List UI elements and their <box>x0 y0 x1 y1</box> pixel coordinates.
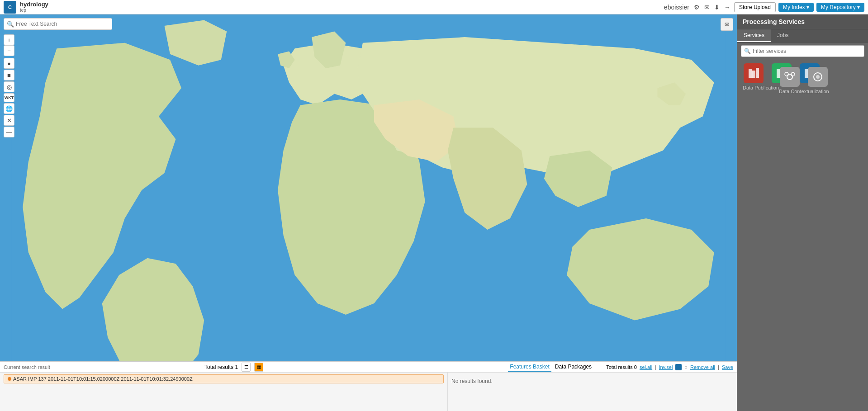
filter-section: 🔍 <box>737 43 868 60</box>
search-bar[interactable]: 🔍 <box>4 18 112 30</box>
no-results-text: No results found. <box>451 378 733 384</box>
total-results-label: Total results 1 <box>204 364 238 370</box>
pin-tool-button[interactable]: ◎ <box>4 81 14 92</box>
download-icon[interactable]: ⬇ <box>713 3 721 12</box>
filter-input-wrap[interactable]: 🔍 <box>741 45 864 57</box>
zoom-in-button[interactable]: + <box>4 34 14 45</box>
world-map <box>0 14 737 411</box>
service-item-5[interactable] <box>805 67 830 87</box>
main-layout: 🔍 ✉ + − ● ■ ◎ WKT 🌐 ✕ — 2015-01-01 2015-… <box>0 14 868 411</box>
header-left: C hydrology tep <box>4 1 48 14</box>
my-repository-button[interactable]: My Repository ▾ <box>816 3 864 12</box>
data-contextualization-label: Data Contextualization <box>777 89 829 94</box>
bottom-left-tabs: Current search result <box>4 364 50 370</box>
services-tab[interactable]: Services <box>737 29 771 42</box>
inv-sel-link[interactable]: inv.sel <box>659 364 673 370</box>
app-title: hydrology tep <box>20 1 48 14</box>
sel-all-link[interactable]: sel.all <box>640 364 652 370</box>
current-search-label: Current search result <box>4 364 50 370</box>
service-icon-gray-2 <box>808 67 828 87</box>
app-header: C hydrology tep eboissier ⚙ ✉ ⬇ → Store … <box>0 0 868 14</box>
minus-tool-button[interactable]: — <box>4 127 14 137</box>
my-index-button[interactable]: My Index ▾ <box>778 3 814 12</box>
jobs-tab[interactable]: Jobs <box>771 29 795 42</box>
bottom-top-bar: Current search result Total results 1 ☰ … <box>0 362 737 373</box>
processing-tabs: Services Jobs <box>737 29 868 43</box>
bottom-tabs-right: Features Basket Data Packages Total resu… <box>417 363 733 372</box>
map-tools: + − ● ■ ◎ WKT 🌐 ✕ — <box>4 34 14 137</box>
wkt-button[interactable]: WKT <box>4 93 14 102</box>
processing-panel: Processing Services Services Jobs 🔍 <box>737 14 868 411</box>
bottom-content: ASAR IMP 137 2011-11-01T10:01:15.0200000… <box>0 373 737 411</box>
color-indicator <box>675 364 682 370</box>
zoom-out-button[interactable]: − <box>4 45 14 56</box>
filter-services-input[interactable] <box>753 48 861 54</box>
results-list: ASAR IMP 137 2011-11-01T10:01:15.0200000… <box>0 373 447 411</box>
data-ctx-icon-2 <box>811 71 824 83</box>
list-view-button[interactable]: ▦ <box>254 363 263 372</box>
search-input[interactable] <box>16 21 109 27</box>
logout-icon[interactable]: → <box>723 3 731 12</box>
svg-rect-3 <box>756 68 759 78</box>
user-label: eboissier <box>663 3 690 12</box>
svg-rect-2 <box>752 71 755 78</box>
zoom-group: + − <box>4 34 14 56</box>
clear-button[interactable]: ✕ <box>4 115 14 126</box>
features-basket-tab[interactable]: Features Basket <box>508 363 551 372</box>
basket-area: No results found. <box>447 373 737 411</box>
settings-icon[interactable]: ⚙ <box>693 3 701 12</box>
data-ctx-icon-1 <box>783 71 796 83</box>
data-publication-label: Data Publication <box>741 85 779 90</box>
services-grid: Data Publication <box>737 60 868 98</box>
service-icon-gray-1 <box>780 67 800 87</box>
service-item-1[interactable] <box>741 63 766 83</box>
service-icon-red <box>744 63 764 83</box>
svg-rect-1 <box>749 69 752 78</box>
header-right: eboissier ⚙ ✉ ⬇ → Store Upload My Index … <box>663 2 864 12</box>
basket-total-label: Total results 0 <box>606 364 637 370</box>
result-item[interactable]: ASAR IMP 137 2011-11-01T10:01:15.0200000… <box>4 374 444 383</box>
square-tool-button[interactable]: ■ <box>4 70 14 80</box>
table-view-button[interactable]: ☰ <box>242 363 251 372</box>
svg-point-16 <box>816 75 820 79</box>
app-logo: C <box>4 1 16 14</box>
bottom-panel: Current search result Total results 1 ☰ … <box>0 361 737 411</box>
result-item-label: ASAR IMP 137 2011-11-01T10:01:15.0200000… <box>13 376 193 382</box>
search-icon: 🔍 <box>7 21 14 28</box>
remove-all-link[interactable]: Remove all <box>690 364 715 370</box>
data-packages-tab[interactable]: Data Packages <box>553 363 593 372</box>
service-item-4[interactable] <box>777 67 802 87</box>
map-mail-icon[interactable]: ✉ <box>721 18 733 31</box>
filter-search-icon: 🔍 <box>744 48 751 54</box>
data-pub-icon-1 <box>747 67 760 80</box>
mail-icon[interactable]: ✉ <box>703 3 711 12</box>
store-upload-button[interactable]: Store Upload <box>734 2 776 12</box>
basket-actions: Total results 0 sel.all | inv.sel ○ Remo… <box>606 364 733 370</box>
map-area[interactable]: 🔍 ✉ + − ● ■ ◎ WKT 🌐 ✕ — 2015-01-01 2015-… <box>0 14 737 411</box>
result-dot <box>8 377 11 381</box>
save-link[interactable]: Save <box>722 364 733 370</box>
processing-panel-title: Processing Services <box>737 14 868 29</box>
point-tool-button[interactable]: ● <box>4 58 14 69</box>
globe-button[interactable]: 🌐 <box>4 103 14 114</box>
